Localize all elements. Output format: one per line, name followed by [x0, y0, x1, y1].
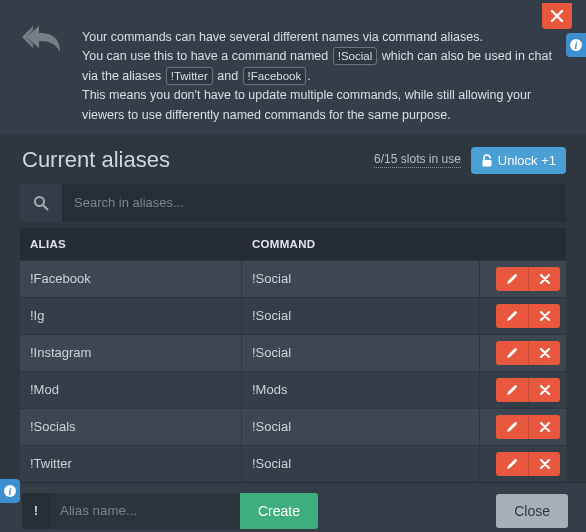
- intro-line-3: This means you don't have to update mult…: [82, 86, 564, 125]
- modal-close-button[interactable]: [542, 3, 572, 29]
- pencil-icon: [506, 458, 518, 470]
- edit-button[interactable]: [496, 304, 528, 328]
- info-pin-top[interactable]: i: [566, 33, 586, 57]
- table-row: !Twitter!Social: [20, 445, 566, 482]
- alias-name-input[interactable]: [50, 493, 240, 529]
- cell-actions: [480, 452, 566, 476]
- aliases-table: ALIAS COMMAND !Facebook!Social!Ig!Social…: [20, 228, 566, 482]
- delete-button[interactable]: [528, 378, 560, 402]
- info-icon: i: [3, 484, 17, 498]
- cell-actions: [480, 267, 566, 291]
- intro-line-2: You can use this to have a command named…: [82, 47, 564, 86]
- bang-prefix: !: [22, 493, 50, 529]
- delete-button[interactable]: [528, 452, 560, 476]
- svg-rect-4: [482, 160, 491, 167]
- search-bar: [20, 184, 566, 222]
- reply-all-icon: [22, 22, 64, 125]
- intro-line-1: Your commands can have several different…: [82, 28, 564, 47]
- table-row: !Mod!Mods: [20, 371, 566, 408]
- close-icon: [540, 348, 550, 358]
- pencil-icon: [506, 421, 518, 433]
- info-pin-bottom[interactable]: i: [0, 479, 20, 503]
- table-body: !Facebook!Social!Ig!Social!Instagram!Soc…: [20, 260, 566, 482]
- delete-button[interactable]: [528, 267, 560, 291]
- table-header: ALIAS COMMAND: [20, 228, 566, 260]
- section-header: Current aliases 6/15 slots in use Unlock…: [0, 135, 586, 184]
- edit-button[interactable]: [496, 267, 528, 291]
- header-alias: ALIAS: [20, 238, 242, 250]
- close-icon: [551, 10, 563, 22]
- footer: ! Create Close: [0, 482, 586, 532]
- cell-command: !Social: [242, 409, 480, 445]
- delete-button[interactable]: [528, 415, 560, 439]
- close-icon: [540, 459, 550, 469]
- cell-alias: !Mod: [20, 372, 242, 408]
- unlock-button[interactable]: Unlock +1: [471, 147, 566, 174]
- pencil-icon: [506, 384, 518, 396]
- section-title: Current aliases: [22, 147, 170, 173]
- close-button[interactable]: Close: [496, 494, 568, 528]
- edit-button[interactable]: [496, 341, 528, 365]
- search-icon: [33, 195, 49, 211]
- svg-text:i: i: [575, 40, 578, 51]
- table-row: !Socials!Social: [20, 408, 566, 445]
- edit-button[interactable]: [496, 378, 528, 402]
- cell-alias: !Instagram: [20, 335, 242, 371]
- close-icon: [540, 274, 550, 284]
- tag-social: !Social: [333, 47, 378, 65]
- intro-panel: Your commands can have several different…: [0, 0, 586, 135]
- table-row: !Ig!Social: [20, 297, 566, 334]
- search-icon-box: [20, 184, 62, 222]
- cell-alias: !Ig: [20, 298, 242, 334]
- unlock-label: Unlock +1: [498, 153, 556, 168]
- table-row: !Facebook!Social: [20, 260, 566, 297]
- cell-command: !Social: [242, 261, 480, 297]
- cell-actions: [480, 378, 566, 402]
- delete-button[interactable]: [528, 341, 560, 365]
- pencil-icon: [506, 347, 518, 359]
- cell-actions: [480, 415, 566, 439]
- edit-button[interactable]: [496, 415, 528, 439]
- tag-facebook: !Facebook: [243, 67, 307, 85]
- search-input[interactable]: [62, 184, 566, 222]
- cell-alias: !Facebook: [20, 261, 242, 297]
- create-button[interactable]: Create: [240, 493, 318, 529]
- aliases-modal: i i Your commands can have several diffe…: [0, 0, 586, 532]
- intro-text: Your commands can have several different…: [82, 28, 564, 125]
- delete-button[interactable]: [528, 304, 560, 328]
- info-icon: i: [569, 38, 583, 52]
- svg-text:i: i: [9, 486, 12, 497]
- close-icon: [540, 385, 550, 395]
- close-icon: [540, 422, 550, 432]
- unlock-icon: [481, 154, 493, 167]
- cell-command: !Social: [242, 446, 480, 482]
- header-command: COMMAND: [242, 238, 480, 250]
- cell-command: !Social: [242, 298, 480, 334]
- cell-alias: !Twitter: [20, 446, 242, 482]
- tag-twitter: !Twitter: [166, 67, 213, 85]
- cell-alias: !Socials: [20, 409, 242, 445]
- cell-actions: [480, 304, 566, 328]
- table-row: !Instagram!Social: [20, 334, 566, 371]
- cell-command: !Social: [242, 335, 480, 371]
- edit-button[interactable]: [496, 452, 528, 476]
- pencil-icon: [506, 310, 518, 322]
- svg-line-6: [43, 205, 47, 209]
- cell-command: !Mods: [242, 372, 480, 408]
- pencil-icon: [506, 273, 518, 285]
- cell-actions: [480, 341, 566, 365]
- close-icon: [540, 311, 550, 321]
- slots-in-use: 6/15 slots in use: [374, 152, 461, 168]
